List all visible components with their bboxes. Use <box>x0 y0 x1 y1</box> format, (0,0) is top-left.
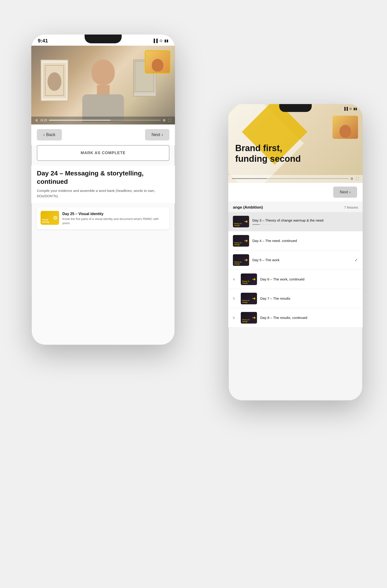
phone-2-ctrl-icons: ⚙ ⛶ <box>350 177 359 181</box>
video-time: 16:29 <box>40 119 47 122</box>
lesson-5-name: Day 7 – The results <box>260 296 358 301</box>
lesson-item-4[interactable]: 4 Theory ofchange ➜ Day 6 – The work, co… <box>228 270 363 289</box>
next-lesson-card[interactable]: Visualidentity ⊙ Day 25 – Visual identit… <box>37 207 169 229</box>
phone-1-status-icons: ▐▐ ⊙ ▮▮ <box>152 39 168 43</box>
phone-2-nav-area: Next › <box>228 183 363 201</box>
lesson-5-thumb-label: Theory ofchange <box>242 300 249 303</box>
phone-2-next-button[interactable]: Next › <box>333 187 357 198</box>
phone-1-video[interactable]: ⏸ 16:29 ⚙ ⛶ <box>31 46 175 125</box>
lesson-1-arrow-icon: ➜ <box>244 219 248 224</box>
lesson-6-num: 6 <box>233 316 238 320</box>
phone-2-progress-fill <box>232 178 267 179</box>
lesson-item-6[interactable]: 6 Theory ofchange ➜ Day 8 – The results,… <box>228 308 363 328</box>
next-arrow-icon: › <box>162 132 163 137</box>
lesson-3-info: Day 5 – The work <box>252 258 351 262</box>
lesson-3-name: Day 5 – The work <box>252 258 351 262</box>
phone-2-progress-bar[interactable] <box>232 178 348 179</box>
fullscreen-icon[interactable]: ⛶ <box>168 118 171 122</box>
settings-icon[interactable]: ⚙ <box>163 118 166 122</box>
phone-2-pip <box>332 116 358 139</box>
person-neck <box>97 85 110 94</box>
lesson-1-thumb-content: Theory ofchange ➜ <box>233 216 249 227</box>
phone-2-white-section: Next › <box>228 183 363 201</box>
lesson-3-thumb-content: Theory ofchange ➜ <box>233 254 249 266</box>
next-lesson-title: Day 25 – Visual identity <box>41 212 166 216</box>
signal-icon: ▐▐ <box>152 39 158 43</box>
next-lesson-info: Day 25 – Visual identity Know the five p… <box>41 212 166 225</box>
pip-person <box>145 51 170 73</box>
lesson-1-progress-fill <box>252 224 260 225</box>
back-label: Back <box>46 132 55 137</box>
lesson-2-arrow-icon: ➜ <box>244 238 248 243</box>
lesson-3-thumb: Theory ofchange ➜ <box>233 254 249 266</box>
battery-icon: ▮▮ <box>164 39 168 43</box>
nav-buttons: ‹ Back Next › <box>31 125 175 145</box>
back-button[interactable]: ‹ Back <box>37 129 62 140</box>
pip-face <box>152 59 163 72</box>
brand-line-2: funding second <box>235 154 301 164</box>
wifi-icon-2: ⊙ <box>349 107 352 110</box>
lesson-6-arrow-icon: ➜ <box>252 315 256 320</box>
lesson-2-thumb-content: Theory ofchange ➜ <box>233 235 249 247</box>
lesson-3-arrow-icon: ➜ <box>244 257 248 263</box>
art-frame-left <box>41 60 68 101</box>
lesson-4-num: 4 <box>233 277 238 281</box>
lesson-thumbnail: Visualidentity ⊙ <box>41 211 59 225</box>
lesson-2-info: Day 4 – The need. continued <box>252 238 358 243</box>
next-lesson-desc: Know the five parts of a visual identity… <box>41 217 166 225</box>
battery-icon-2: ▮▮ <box>353 107 357 110</box>
phone-2-next-arrow: › <box>349 190 351 194</box>
phone-2-pip-person <box>332 116 358 139</box>
lesson-4-thumb-content: Theory ofchange ➜ <box>241 273 257 285</box>
pause-icon[interactable]: ⏸ <box>35 118 38 122</box>
phone-2: ▐▐ ⊙ ▮▮ Brand first, funding second <box>228 104 363 401</box>
lesson-3-thumb-label: Theory ofchange <box>234 261 242 265</box>
lesson-5-arrow-icon: ➜ <box>252 296 256 301</box>
video-controls: ⏸ 16:29 ⚙ ⛶ <box>31 117 175 125</box>
phone-1-time: 9:41 <box>38 38 48 44</box>
pip-video <box>145 50 170 73</box>
lesson-5-num: 5 <box>233 296 238 300</box>
lesson-1-name: Day 3 – Theory of change warmup & the ne… <box>252 218 358 223</box>
lesson-item-3[interactable]: Theory ofchange ➜ Day 5 – The work ✓ <box>228 251 363 270</box>
phone-2-pip-face <box>340 125 351 138</box>
signal-icon-2: ▐▐ <box>343 107 348 110</box>
lesson-1-thumb: Theory ofchange ➜ <box>233 216 249 227</box>
video-progress-bar[interactable] <box>49 120 161 121</box>
lesson-6-thumb: Theory ofchange ➜ <box>241 312 257 324</box>
wifi-icon: ⊙ <box>160 39 163 43</box>
lesson-item-1[interactable]: Theory ofchange ➜ Day 3 – Theory of chan… <box>228 212 363 231</box>
lesson-6-thumb-label: Theory ofchange <box>242 319 249 322</box>
person-face <box>92 60 115 85</box>
fullscreen-icon-2[interactable]: ⛶ <box>356 177 359 181</box>
thumb-label-text: Visualidentity <box>42 219 49 224</box>
phone-2-video-controls: ⚙ ⛶ <box>228 175 363 183</box>
back-arrow-icon: ‹ <box>43 132 45 137</box>
lesson-6-thumb-content: Theory ofchange ➜ <box>241 312 257 324</box>
phone-2-next-label: Next <box>340 190 348 194</box>
lesson-5-thumb-content: Theory ofchange ➜ <box>241 293 257 304</box>
lesson-5-thumb: Theory ofchange ➜ <box>241 293 257 304</box>
section-header: ange (Ambition) 7 lessons <box>228 201 363 212</box>
thumb-arrow-icon: ⊙ <box>53 215 57 221</box>
lesson-4-thumb: Theory ofchange ➜ <box>241 273 257 285</box>
lesson-1-progress <box>252 224 271 225</box>
section-title: ange (Ambition) <box>233 205 263 210</box>
phone-1-notch <box>84 35 122 43</box>
lesson-6-name: Day 8 – The results, continued <box>260 315 358 320</box>
lesson-item-5[interactable]: 5 Theory ofchange ➜ Day 7 – The results <box>228 289 363 308</box>
lesson-1-thumb-label: Theory ofchange <box>234 223 242 226</box>
person-figure <box>82 60 124 120</box>
lesson-5-info: Day 7 – The results <box>260 296 358 301</box>
phone-2-video[interactable]: Brand first, funding second ⚙ ⛶ <box>228 104 363 183</box>
phone-2-status-icons: ▐▐ ⊙ ▮▮ <box>343 107 357 110</box>
lesson-6-info: Day 8 – The results, continued <box>260 315 358 320</box>
lesson-item-2[interactable]: Theory ofchange ➜ Day 4 – The need. cont… <box>228 231 363 251</box>
lesson-2-thumb-label: Theory ofchange <box>234 242 242 245</box>
next-button[interactable]: Next › <box>145 129 169 140</box>
settings-icon-2[interactable]: ⚙ <box>350 177 353 181</box>
mark-complete-button[interactable]: MARK AS COMPLETE <box>37 145 169 161</box>
lesson-4-arrow-icon: ➜ <box>252 277 256 282</box>
lesson-list: Theory ofchange ➜ Day 3 – Theory of chan… <box>228 212 363 328</box>
svg-point-1 <box>47 72 61 91</box>
